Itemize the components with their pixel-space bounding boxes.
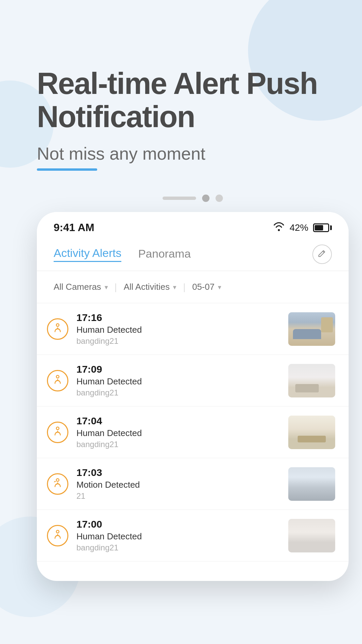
wifi-icon	[273, 222, 285, 233]
tab-group: Activity Alerts Panorama	[54, 247, 191, 262]
activity-icon-wrap-1	[47, 318, 68, 340]
pagination-dot-2	[216, 195, 223, 202]
activity-thumbnail-3	[288, 416, 335, 449]
activity-camera-2: bangding21	[76, 388, 280, 397]
human-detected-icon-3	[52, 426, 63, 439]
activity-type-4: Motion Detected	[76, 480, 280, 490]
activity-item-4[interactable]: 17:03 Motion Detected 21	[37, 458, 349, 510]
phone-container: 9:41 AM 42%	[37, 195, 349, 644]
battery-percent: 42%	[290, 222, 308, 233]
activity-thumbnail-5	[288, 519, 335, 552]
pagination-dot-1	[202, 195, 209, 202]
filter-cameras-label: All Cameras	[54, 282, 101, 292]
activity-camera-3: bangding21	[76, 440, 280, 449]
activity-time-3: 17:04	[76, 415, 280, 427]
edit-icon	[318, 249, 326, 260]
phone-frame: 9:41 AM 42%	[37, 212, 349, 581]
filter-activities-label: All Activities	[124, 282, 170, 292]
human-detected-icon-5	[52, 529, 63, 542]
svg-point-2	[56, 427, 59, 430]
activity-camera-4: 21	[76, 491, 280, 501]
tab-navigation: Activity Alerts Panorama	[37, 239, 349, 271]
activity-icon-wrap-4	[47, 473, 68, 495]
human-detected-icon-1	[52, 322, 63, 335]
activity-icon-wrap-3	[47, 422, 68, 443]
human-detected-icon-2	[52, 374, 63, 387]
svg-point-0	[56, 324, 59, 326]
activity-info-4: 17:03 Motion Detected 21	[76, 467, 280, 501]
activity-time-1: 17:16	[76, 312, 280, 323]
activity-info-3: 17:04 Human Detected bangding21	[76, 415, 280, 449]
activity-icon-wrap-2	[47, 370, 68, 391]
hero-title: Real-time Alert Push Notification	[37, 67, 342, 133]
svg-point-4	[56, 530, 59, 533]
pagination	[37, 195, 349, 202]
activity-camera-1: bangding21	[76, 336, 280, 346]
tab-activity-alerts[interactable]: Activity Alerts	[54, 247, 121, 262]
activity-item-1[interactable]: 17:16 Human Detected bangding21	[37, 303, 349, 355]
tab-panorama[interactable]: Panorama	[138, 247, 191, 262]
filter-date[interactable]: 05-07 ▾	[185, 278, 228, 296]
activity-type-1: Human Detected	[76, 325, 280, 335]
chevron-cameras-icon: ▾	[105, 283, 108, 291]
activity-item-3[interactable]: 17:04 Human Detected bangding21	[37, 407, 349, 458]
activity-info-5: 17:00 Human Detected bangding21	[76, 519, 280, 552]
activity-type-2: Human Detected	[76, 376, 280, 387]
activity-item-2[interactable]: 17:09 Human Detected bangding21	[37, 355, 349, 407]
activity-item-5[interactable]: 17:00 Human Detected bangding21	[37, 510, 349, 561]
svg-point-3	[56, 479, 59, 481]
activity-info-1: 17:16 Human Detected bangding21	[76, 312, 280, 346]
svg-point-1	[56, 375, 59, 378]
status-bar: 9:41 AM 42%	[37, 212, 349, 239]
activity-type-5: Human Detected	[76, 531, 280, 542]
filter-bar: All Cameras ▾ | All Activities ▾ | 05-07…	[37, 271, 349, 303]
chevron-activities-icon: ▾	[173, 283, 176, 291]
filter-activities[interactable]: All Activities ▾	[117, 278, 183, 296]
activity-time-2: 17:09	[76, 364, 280, 375]
activity-thumbnail-2	[288, 364, 335, 397]
activity-time-4: 17:03	[76, 467, 280, 478]
status-icons: 42%	[273, 222, 332, 233]
activity-info-2: 17:09 Human Detected bangding21	[76, 364, 280, 397]
hero-subtitle: Not miss any moment	[37, 144, 205, 171]
battery-icon	[313, 223, 332, 232]
activity-type-3: Human Detected	[76, 428, 280, 438]
activity-camera-5: bangding21	[76, 543, 280, 552]
chevron-date-icon: ▾	[218, 283, 221, 291]
edit-button[interactable]	[312, 245, 332, 264]
hero-section: Real-time Alert Push Notification Not mi…	[37, 67, 342, 171]
filter-date-label: 05-07	[192, 282, 215, 292]
motion-detected-icon	[52, 477, 63, 490]
pagination-line	[163, 197, 196, 200]
activity-time-5: 17:00	[76, 519, 280, 530]
activity-thumbnail-4	[288, 467, 335, 501]
activity-icon-wrap-5	[47, 525, 68, 546]
status-time: 9:41 AM	[54, 221, 95, 234]
filter-cameras[interactable]: All Cameras ▾	[47, 278, 115, 296]
activity-list: 17:16 Human Detected bangding21	[37, 303, 349, 561]
activity-thumbnail-1	[288, 312, 335, 346]
